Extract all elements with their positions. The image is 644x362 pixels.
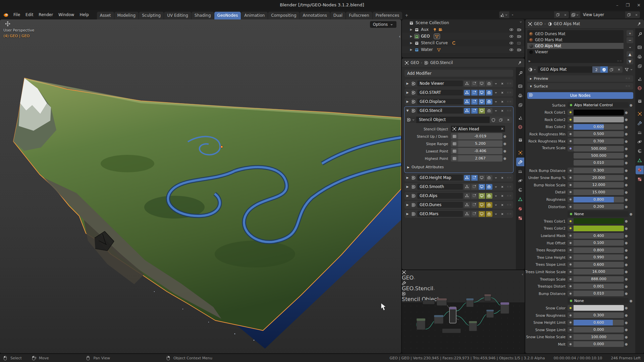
expand-modifier-arrow[interactable]: ▶ (405, 176, 410, 179)
material-name-field[interactable]: GEO Alps Mat (538, 66, 592, 73)
animate-property-dot[interactable]: ● (624, 292, 629, 295)
modifier-drag-handle[interactable]: ⁙⁙ (507, 185, 512, 188)
properties-tab-scene[interactable] (636, 74, 644, 83)
modifier-delete-button[interactable] (500, 176, 505, 180)
menu-file[interactable]: File (11, 11, 23, 18)
value-field[interactable]: 0.990 (574, 254, 624, 260)
window-close-button[interactable]: ✕ (637, 3, 641, 8)
expand-modifier-arrow[interactable]: ▶ (405, 91, 410, 94)
properties-tab-constraints[interactable] (636, 147, 644, 156)
property-input-toggle[interactable] (568, 254, 574, 260)
modifier-name-field[interactable]: GEO.Smooth (417, 184, 463, 190)
modifier-toggle-edit-mode[interactable] (471, 108, 478, 114)
socket-dropdown[interactable]: Alps Material Control (568, 102, 629, 108)
color-swatch[interactable] (574, 226, 624, 231)
animate-property-dot[interactable]: ● (624, 154, 629, 158)
blender-logo-icon[interactable] (3, 12, 9, 17)
material-slot-geo-dunes-mat[interactable]: GEO Dunes Mat (527, 31, 624, 37)
value-field[interactable]: 0.001 (574, 284, 624, 289)
animate-property-dot[interactable]: ● (502, 157, 507, 160)
property-input-toggle[interactable] (568, 284, 574, 289)
property-input-toggle[interactable] (568, 131, 574, 137)
workspace-tab-sculpting[interactable]: Sculpting (139, 12, 164, 19)
modifier-panel-geo-alps[interactable]: ▶ GEO.Alps ⁙⁙ (405, 192, 513, 200)
animate-property-dot[interactable]: ● (629, 103, 633, 107)
add-workspace-button[interactable]: + (402, 12, 411, 19)
properties-tab-world[interactable] (636, 84, 644, 93)
properties-tab-render[interactable] (636, 43, 644, 52)
property-input-toggle[interactable] (568, 327, 574, 333)
modifier-toggle-edit-mode[interactable] (471, 184, 478, 190)
add-material-slot-button[interactable]: ＋ (627, 30, 633, 36)
properties-tab-viewlayer[interactable] (636, 62, 644, 70)
animate-property-dot[interactable]: ● (624, 248, 629, 252)
modifier-panel-geo-displace[interactable]: ▶ GEO.Displace ⁙⁙ (405, 98, 513, 106)
socket-dropdown[interactable]: None (568, 211, 629, 217)
outliner-row-geo[interactable]: ▶ GEO (402, 33, 525, 40)
animate-property-dot[interactable]: ● (624, 125, 629, 129)
modifier-toggle-render[interactable] (486, 211, 492, 217)
view-layer-field[interactable]: View Layer (580, 11, 625, 18)
value-field[interactable]: 2.067 (458, 155, 502, 162)
value-field[interactable]: 0.700 (574, 138, 624, 144)
panel-drag-handle[interactable]: ⁙⁙ (626, 77, 631, 80)
modifier-delete-button[interactable] (500, 194, 505, 198)
scene-name-field[interactable]: - (509, 11, 554, 18)
modifier-extras-dropdown[interactable] (493, 203, 499, 207)
modifier-toggle-edit-cage[interactable] (464, 175, 470, 181)
modifier-extras-dropdown[interactable] (493, 194, 499, 198)
properties-tab-object[interactable] (636, 109, 644, 118)
value-field[interactable]: 15.000 (574, 189, 624, 195)
modifier-toggle-render[interactable] (486, 193, 492, 199)
animate-property-dot[interactable]: ● (624, 183, 629, 187)
modifier-panel-geo-mars[interactable]: ▶ GEO.Mars ⁙⁙ (405, 210, 513, 218)
modifier-extras-dropdown[interactable] (493, 176, 499, 180)
add-modifier-dropdown[interactable]: Add Modifier (405, 70, 513, 77)
properties-tab-viewlayer[interactable] (516, 101, 524, 109)
properties-tab-object[interactable] (516, 148, 524, 157)
modifier-name-field[interactable]: GEO.START (417, 89, 463, 96)
property-input-toggle[interactable] (568, 320, 574, 325)
properties-tab-material[interactable] (636, 166, 644, 174)
value-field[interactable]: 0.300 (574, 168, 624, 173)
property-input-toggle[interactable] (568, 117, 574, 122)
value-field[interactable]: 0.200 (574, 204, 624, 209)
workspace-tab-modeling[interactable]: Modeling (114, 12, 139, 19)
surface-panel-header[interactable]: ▾ Surface ⁙⁙ (527, 83, 633, 89)
properties-tab-physics[interactable] (636, 137, 644, 146)
breadcrumb-item[interactable]: GEO (411, 60, 419, 65)
property-input-toggle[interactable] (568, 305, 574, 311)
property-input-toggle[interactable] (568, 197, 574, 202)
property-input-toggle[interactable] (568, 247, 574, 253)
animate-property-dot[interactable]: ● (624, 255, 629, 259)
disable-in-renders-toggle[interactable] (517, 41, 521, 45)
properties-tab-scene[interactable] (516, 113, 524, 122)
animate-property-dot[interactable]: ● (624, 321, 629, 324)
collapse-modifier-arrow[interactable]: ▼ (405, 109, 410, 112)
material-browse-button[interactable] (527, 66, 538, 73)
slot-list-expand-icon[interactable]: ▶ (529, 60, 531, 63)
animate-property-dot[interactable]: ● (624, 335, 629, 339)
value-field[interactable]: 0.800 (574, 247, 624, 253)
hide-in-viewport-toggle[interactable] (509, 34, 514, 39)
material-slot-viewer[interactable]: Viewer (527, 49, 624, 55)
animate-property-dot[interactable]: ● (624, 161, 629, 165)
property-input-toggle[interactable] (568, 226, 574, 231)
modifier-drag-handle[interactable]: ⁙⁙ (507, 194, 512, 197)
color-swatch[interactable] (574, 117, 624, 122)
modifier-toggle-edit-mode[interactable] (471, 202, 478, 208)
properties-tab-data[interactable] (516, 195, 524, 204)
modifier-drag-handle[interactable]: ⁙⁙ (507, 213, 512, 216)
properties-tab-world[interactable] (516, 123, 524, 131)
animate-property-dot[interactable]: ● (629, 299, 633, 303)
property-input-toggle[interactable] (568, 312, 574, 318)
hide-in-viewport-toggle[interactable] (509, 27, 514, 32)
modifier-toggle-edit-mode[interactable] (471, 99, 478, 105)
modifier-toggle-edit-mode[interactable] (471, 175, 478, 181)
property-input-toggle[interactable] (568, 189, 574, 195)
modifier-delete-button[interactable] (500, 82, 505, 85)
property-input-toggle[interactable] (568, 182, 574, 188)
value-field[interactable]: 16.000 (574, 269, 624, 275)
disable-in-renders-toggle[interactable] (517, 48, 521, 52)
modifier-toggle-render[interactable] (486, 108, 492, 114)
